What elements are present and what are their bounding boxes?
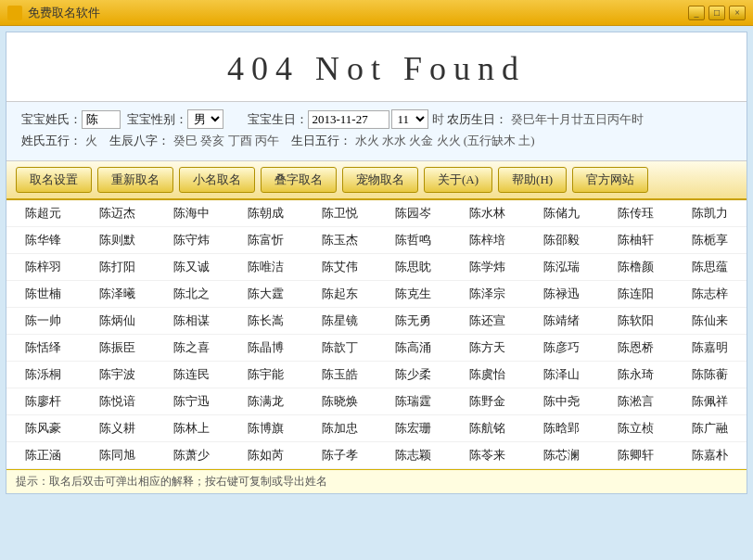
- name-cell[interactable]: 陈泽宗: [451, 281, 525, 308]
- name-cell[interactable]: 陈哲鸣: [376, 227, 451, 254]
- name-cell[interactable]: 陈瑞霆: [376, 388, 451, 415]
- name-cell[interactable]: 陈克生: [376, 281, 451, 308]
- name-cell[interactable]: 陈方天: [451, 335, 525, 362]
- birthday-input[interactable]: [308, 110, 389, 129]
- name-cell[interactable]: 陈凯力: [672, 200, 747, 227]
- name-cell[interactable]: 陈储九: [525, 200, 599, 227]
- name-cell[interactable]: 陈志梓: [672, 281, 747, 308]
- name-cell[interactable]: 陈迈杰: [81, 200, 155, 227]
- name-cell[interactable]: 陈起东: [302, 281, 376, 308]
- name-cell[interactable]: 陈海中: [155, 200, 229, 227]
- name-cell[interactable]: 陈晗郢: [525, 415, 599, 442]
- name-cell[interactable]: 陈少柔: [376, 362, 451, 388]
- toolbar-btn-5[interactable]: 关于(A): [424, 167, 492, 193]
- name-cell[interactable]: 陈卫悦: [302, 200, 376, 227]
- name-cell[interactable]: 陈歆丁: [302, 335, 376, 362]
- toolbar-btn-7[interactable]: 官方网站: [572, 167, 648, 193]
- name-cell[interactable]: 陈大霆: [228, 281, 302, 308]
- name-cell[interactable]: 陈打阳: [81, 254, 155, 281]
- toolbar-btn-3[interactable]: 叠字取名: [261, 167, 337, 193]
- maximize-button[interactable]: □: [708, 6, 725, 20]
- name-cell[interactable]: 陈思眈: [376, 254, 451, 281]
- name-cell[interactable]: 陈同旭: [81, 442, 155, 469]
- name-cell[interactable]: 陈芯澜: [525, 442, 599, 469]
- minimize-button[interactable]: _: [688, 6, 705, 20]
- name-cell[interactable]: 陈苓来: [451, 442, 525, 469]
- name-cell[interactable]: 陈宇能: [228, 362, 302, 388]
- name-cell[interactable]: 陈栀享: [672, 227, 747, 254]
- name-cell[interactable]: 陈佩祥: [672, 388, 747, 415]
- name-cell[interactable]: 陈正涵: [6, 442, 81, 469]
- name-cell[interactable]: 陈野金: [451, 388, 525, 415]
- toolbar-btn-2[interactable]: 小名取名: [179, 167, 255, 193]
- name-cell[interactable]: 陈连阳: [598, 281, 672, 308]
- toolbar-btn-4[interactable]: 宠物取名: [342, 167, 418, 193]
- name-cell[interactable]: 陈如芮: [228, 442, 302, 469]
- name-cell[interactable]: 陈泺桐: [6, 362, 81, 388]
- name-cell[interactable]: 陈长嵩: [228, 308, 302, 335]
- name-cell[interactable]: 陈振臣: [81, 335, 155, 362]
- toolbar-btn-0[interactable]: 取名设置: [16, 167, 92, 193]
- name-cell[interactable]: 陈嘉朴: [672, 442, 747, 469]
- name-cell[interactable]: 陈虞怡: [451, 362, 525, 388]
- name-cell[interactable]: 陈志颖: [376, 442, 451, 469]
- name-cell[interactable]: 陈宁迅: [155, 388, 229, 415]
- name-cell[interactable]: 陈晓焕: [302, 388, 376, 415]
- name-cell[interactable]: 陈加忠: [302, 415, 376, 442]
- name-cell[interactable]: 陈高涌: [376, 335, 451, 362]
- name-cell[interactable]: 陈泽曦: [81, 281, 155, 308]
- name-cell[interactable]: 陈朝成: [228, 200, 302, 227]
- name-cell[interactable]: 陈炳仙: [81, 308, 155, 335]
- name-cell[interactable]: 陈航铭: [451, 415, 525, 442]
- name-cell[interactable]: 陈思蕴: [672, 254, 747, 281]
- name-cell[interactable]: 陈超元: [6, 200, 81, 227]
- name-cell[interactable]: 陈则默: [81, 227, 155, 254]
- title-bar-controls[interactable]: _ □ ×: [688, 6, 746, 20]
- name-cell[interactable]: 陈水林: [451, 200, 525, 227]
- name-cell[interactable]: 陈世楠: [6, 281, 81, 308]
- name-cell[interactable]: 陈星镜: [302, 308, 376, 335]
- name-cell[interactable]: 陈北之: [155, 281, 229, 308]
- name-cell[interactable]: 陈中尧: [525, 388, 599, 415]
- name-cell[interactable]: 陈风豪: [6, 415, 81, 442]
- name-cell[interactable]: 陈立桢: [598, 415, 672, 442]
- name-cell[interactable]: 陈靖绪: [525, 308, 599, 335]
- name-cell[interactable]: 陈相谋: [155, 308, 229, 335]
- surname-input[interactable]: [82, 110, 121, 129]
- name-cell[interactable]: 陈软阳: [598, 308, 672, 335]
- name-cell[interactable]: 陈彦巧: [525, 335, 599, 362]
- name-cell[interactable]: 陈华锋: [6, 227, 81, 254]
- name-cell[interactable]: 陈卿轩: [598, 442, 672, 469]
- name-cell[interactable]: 陈唯洁: [228, 254, 302, 281]
- name-cell[interactable]: 陈陈蘅: [672, 362, 747, 388]
- name-cell[interactable]: 陈梓羽: [6, 254, 81, 281]
- name-cell[interactable]: 陈子孝: [302, 442, 376, 469]
- name-cell[interactable]: 陈又诚: [155, 254, 229, 281]
- name-cell[interactable]: 陈仙来: [672, 308, 747, 335]
- name-cell[interactable]: 陈橹颜: [598, 254, 672, 281]
- name-cell[interactable]: 陈嘉明: [672, 335, 747, 362]
- gender-select[interactable]: 男 女: [187, 109, 223, 129]
- name-cell[interactable]: 陈学炜: [451, 254, 525, 281]
- name-cell[interactable]: 陈林上: [155, 415, 229, 442]
- toolbar-btn-1[interactable]: 重新取名: [97, 167, 173, 193]
- name-cell[interactable]: 陈一帅: [6, 308, 81, 335]
- name-cell[interactable]: 陈满龙: [228, 388, 302, 415]
- name-cell[interactable]: 陈义耕: [81, 415, 155, 442]
- name-cell[interactable]: 陈禄迅: [525, 281, 599, 308]
- close-button[interactable]: ×: [729, 6, 746, 20]
- name-cell[interactable]: 陈淞言: [598, 388, 672, 415]
- name-cell[interactable]: 陈还宣: [451, 308, 525, 335]
- name-cell[interactable]: 陈守炜: [155, 227, 229, 254]
- name-cell[interactable]: 陈梓培: [451, 227, 525, 254]
- name-cell[interactable]: 陈邵毅: [525, 227, 599, 254]
- name-cell[interactable]: 陈广融: [672, 415, 747, 442]
- name-cell[interactable]: 陈廖杆: [6, 388, 81, 415]
- name-cell[interactable]: 陈泓瑞: [525, 254, 599, 281]
- name-cell[interactable]: 陈永琦: [598, 362, 672, 388]
- name-cell[interactable]: 陈悦谙: [81, 388, 155, 415]
- name-cell[interactable]: 陈连民: [155, 362, 229, 388]
- name-cell[interactable]: 陈艾伟: [302, 254, 376, 281]
- name-cell[interactable]: 陈宇波: [81, 362, 155, 388]
- name-cell[interactable]: 陈无勇: [376, 308, 451, 335]
